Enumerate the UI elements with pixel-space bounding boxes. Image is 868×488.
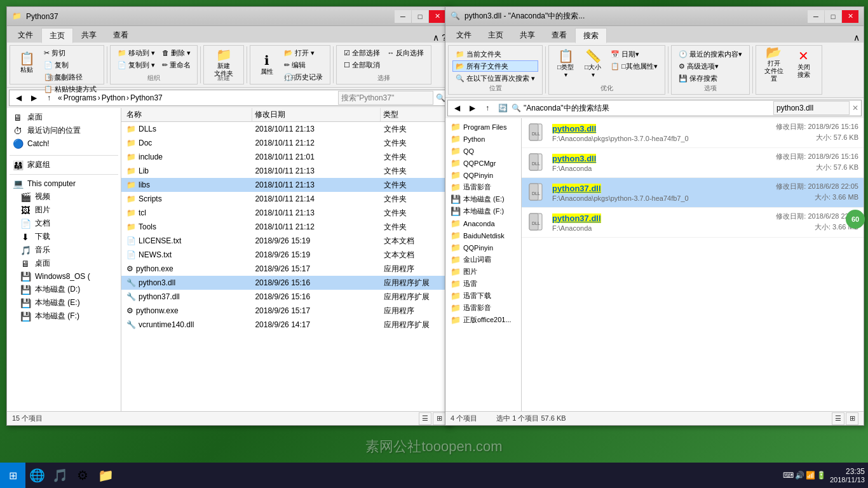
file-row-pythonexe[interactable]: ⚙ python.exe 2018/9/26 15:17 应用程序: [121, 262, 451, 276]
copy-button[interactable]: 📄 复制: [41, 59, 100, 71]
list-view-button[interactable]: ☰: [419, 412, 431, 425]
file-row-libs[interactable]: 📁 libs 2018/10/11 21:13 文件夹: [121, 178, 451, 192]
tab-file[interactable]: 文件: [10, 27, 41, 43]
save-search-button[interactable]: 💾 保存搜索: [675, 72, 745, 84]
grid-view-button[interactable]: ⊞: [433, 412, 445, 425]
nav-qqpinyin2[interactable]: 📁 QQPinyin: [448, 241, 519, 254]
file-row-python37dll[interactable]: 🔧 python37.dll 2018/9/26 15:16 应用程序扩展: [121, 290, 451, 304]
sidebar-item-documents[interactable]: 📄 文档: [10, 217, 118, 230]
start-button[interactable]: ⊞: [0, 463, 25, 488]
up-button2[interactable]: ↑: [481, 102, 494, 114]
expand-ribbon-icon2[interactable]: ∧: [853, 32, 860, 43]
clock-display[interactable]: 23:35 2018/11/13: [830, 467, 865, 484]
nav-xunlei-media[interactable]: 📁 迅雷影音: [448, 302, 519, 314]
invert-selection-button[interactable]: ↔ 反向选择: [384, 47, 427, 58]
close-search-button[interactable]: ✕ 关闭搜索: [790, 48, 818, 80]
cut-button[interactable]: ✂ 剪切: [41, 47, 100, 58]
nav-qq[interactable]: 📁 QQ: [448, 145, 519, 157]
back-button2[interactable]: ◀: [451, 102, 463, 114]
sidebar-item-diske[interactable]: 💾 本地磁盘 (E:): [10, 296, 118, 309]
maximize-button[interactable]: □: [412, 10, 428, 23]
copy-to-button[interactable]: 📄 复制到 ▾: [114, 59, 158, 71]
search-result-2[interactable]: DLL python3.dll F:\Anaconda 修改日期: 2018/9…: [522, 148, 864, 178]
advanced-options-button[interactable]: ⚙ 高级选项▾: [675, 60, 745, 72]
edit-button[interactable]: ✏ 编辑: [281, 59, 326, 71]
open-file-location-button[interactable]: 📂 打开文件位置: [760, 48, 788, 80]
file-row-vcruntime[interactable]: 🔧 vcruntime140.dll 2018/9/26 14:17 应用程序扩…: [121, 318, 451, 332]
nav-office[interactable]: 📁 正版office201...: [448, 314, 519, 326]
paste-shortcut-button[interactable]: 📋 粘贴快捷方式: [41, 83, 100, 95]
tab2-file[interactable]: 文件: [448, 27, 480, 43]
sidebar-item-desktop1[interactable]: 🖥 桌面: [10, 111, 118, 124]
file-row-doc[interactable]: 📁 Doc 2018/10/11 21:12 文件夹: [121, 136, 451, 150]
taskbar-explorer[interactable]: 📁: [94, 463, 117, 488]
file-row-tools[interactable]: 📁 Tools 2018/10/11 21:12 文件夹: [121, 220, 451, 234]
minimize-button2[interactable]: ─: [808, 10, 824, 23]
recent-searches-button[interactable]: 🕐 最近的搜索内容▾: [675, 48, 745, 60]
deselect-all-button[interactable]: ☐ 全部取消: [341, 59, 383, 71]
back-button[interactable]: ◀: [12, 92, 25, 104]
search-result-1[interactable]: DLL python3.dll F:\Anaconda\pkgs\python-…: [522, 118, 864, 148]
col-date[interactable]: 修改日期: [252, 108, 381, 121]
date-filter-button[interactable]: 📅 日期▾: [607, 48, 661, 60]
grid-view-button2[interactable]: ⊞: [846, 412, 858, 425]
file-row-pythonwexe[interactable]: ⚙ pythonw.exe 2018/9/26 15:17 应用程序: [121, 304, 451, 318]
sidebar-item-recent[interactable]: ⏱ 最近访问的位置: [10, 124, 118, 137]
file-row-license[interactable]: 📄 LICENSE.txt 2018/9/26 15:19 文本文档: [121, 234, 451, 248]
tab2-view[interactable]: 查看: [543, 27, 575, 43]
sidebar-item-diskd[interactable]: 💾 本地磁盘 (D:): [10, 283, 118, 296]
search-input2[interactable]: [773, 101, 850, 115]
clear-search-icon[interactable]: ✕: [852, 104, 858, 112]
close-button2[interactable]: ✕: [842, 10, 858, 23]
address-path2[interactable]: "Anaconda"中的搜索结果: [524, 103, 771, 114]
sidebar-item-videos[interactable]: 🎬 视频: [10, 190, 118, 203]
current-folder-button[interactable]: 📁 当前文件夹: [452, 48, 538, 60]
nav-python[interactable]: 📁 Python: [448, 133, 519, 145]
rename-button[interactable]: ✏ 重命名: [159, 59, 194, 71]
nav-xlinfluence[interactable]: 📁 迅雷影音: [448, 181, 519, 193]
nav-diske-nav[interactable]: 💾 本地磁盘 (E:): [448, 193, 519, 205]
tab2-search[interactable]: 搜索: [575, 28, 607, 43]
nav-program-files[interactable]: 📁 Program Files: [448, 121, 519, 133]
search-result-4[interactable]: DLL python37.dll F:\Anaconda 修改日期: 2018/…: [522, 208, 864, 238]
type-filter-button[interactable]: 📋 □类型▾: [553, 48, 578, 80]
maximize-button2[interactable]: □: [825, 10, 841, 23]
refresh-button2[interactable]: 🔄: [496, 102, 509, 114]
tab2-home[interactable]: 主页: [480, 27, 512, 43]
sidebar-item-homegroup[interactable]: 👨‍👩‍👧 家庭组: [10, 158, 118, 172]
sidebar-item-catch[interactable]: 🔵 Catch!: [10, 137, 118, 150]
file-row-dlls[interactable]: 📁 DLLs 2018/10/11 21:13 文件夹: [121, 122, 451, 136]
nav-jinshan[interactable]: 📁 金山词霸: [448, 254, 519, 266]
nav-xunlei-dl[interactable]: 📁 迅雷下载: [448, 290, 519, 302]
sidebar-item-diskf[interactable]: 💾 本地磁盘 (F:): [10, 309, 118, 323]
forward-button[interactable]: ▶: [27, 92, 40, 104]
tab-share[interactable]: 共享: [73, 27, 105, 43]
taskbar-chrome[interactable]: 🌐: [25, 463, 48, 488]
tab2-share[interactable]: 共享: [512, 27, 543, 43]
nav-diskf-nav[interactable]: 💾 本地磁盘 (F:): [448, 205, 519, 217]
forward-button2[interactable]: ▶: [466, 102, 478, 114]
file-row-scripts[interactable]: 📁 Scripts 2018/10/11 21:14 文件夹: [121, 192, 451, 206]
nav-qqpinyin[interactable]: 📁 QQPinyin: [448, 169, 519, 181]
search-input[interactable]: [338, 91, 433, 105]
col-name[interactable]: 名称: [124, 108, 252, 121]
sidebar-item-thispc[interactable]: 💻 This computer: [10, 177, 118, 190]
nav-baidunetdisk[interactable]: 📁 BaiduNetdisk: [448, 229, 519, 241]
search-again-button[interactable]: 🔍 在以下位置再次搜索 ▾: [452, 72, 538, 84]
minimize-button[interactable]: ─: [395, 10, 411, 23]
list-view-button2[interactable]: ☰: [832, 412, 844, 425]
file-row-lib[interactable]: 📁 Lib 2018/10/11 21:13 文件夹: [121, 164, 451, 178]
close-button[interactable]: ✕: [429, 10, 445, 23]
nav-qqpcmgr[interactable]: 📁 QQPCMgr: [448, 157, 519, 169]
col-type[interactable]: 类型: [381, 108, 448, 121]
tab-view[interactable]: 查看: [105, 27, 137, 43]
address-path[interactable]: « Programs › Python › Python37: [58, 93, 336, 102]
delete-button[interactable]: 🗑 删除 ▾: [159, 47, 194, 58]
nav-pictures-nav[interactable]: 📁 图片: [448, 266, 519, 278]
nav-xunlei[interactable]: 📁 迅雷: [448, 278, 519, 290]
sidebar-item-downloads[interactable]: ⬇ 下载: [10, 230, 118, 243]
all-subfolders-button[interactable]: 📂 所有子文件夹: [452, 60, 538, 72]
move-to-button[interactable]: 📁 移动到 ▾: [114, 47, 158, 58]
tab-home[interactable]: 主页: [41, 28, 73, 43]
sidebar-item-music[interactable]: 🎵 音乐: [10, 243, 118, 257]
